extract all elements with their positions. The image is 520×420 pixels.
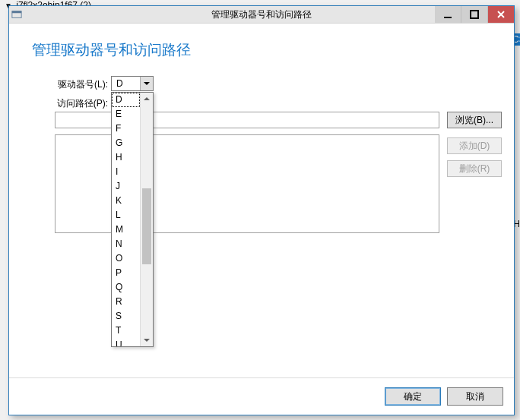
drive-letter-select[interactable]: D <box>111 76 154 91</box>
dropdown-option[interactable]: O <box>112 251 140 266</box>
close-button[interactable] <box>488 6 514 23</box>
svg-rect-1 <box>12 11 21 14</box>
browse-button[interactable]: 浏览(B)... <box>447 112 502 128</box>
access-path-label: 访问路径(P): <box>32 97 108 110</box>
dropdown-option[interactable]: U <box>112 338 140 346</box>
dropdown-option[interactable]: G <box>112 136 140 150</box>
dropdown-option[interactable]: L <box>112 208 140 223</box>
dropdown-option[interactable]: P <box>112 266 140 280</box>
app-icon <box>9 6 24 23</box>
dropdown-option[interactable]: F <box>112 122 140 136</box>
delete-button[interactable]: 删除(R) <box>447 160 502 177</box>
dropdown-options: DEFGHIJKLMNOPQRSTU <box>112 93 140 346</box>
svg-marker-7 <box>144 97 150 100</box>
dropdown-option[interactable]: D <box>112 93 140 107</box>
dropdown-option[interactable]: K <box>112 194 140 208</box>
dropdown-option[interactable]: E <box>112 107 140 122</box>
dialog-window: 管理驱动器号和访问路径 管理驱动器号和访问路径 驱动器号(L): 访问路径(P)… <box>8 5 515 415</box>
dropdown-option[interactable]: M <box>112 223 140 237</box>
maximize-button[interactable] <box>461 6 488 23</box>
dialog-header: 管理驱动器号和访问路径 <box>9 24 514 74</box>
dropdown-option[interactable]: H <box>112 150 140 165</box>
scroll-up-icon[interactable] <box>141 93 153 105</box>
svg-marker-8 <box>144 339 150 342</box>
cancel-button[interactable]: 取消 <box>447 387 503 406</box>
minimize-button[interactable] <box>435 6 461 23</box>
svg-rect-3 <box>471 11 478 18</box>
dropdown-scrollbar[interactable] <box>140 93 153 346</box>
dialog-body: 驱动器号(L): 访问路径(P): D 浏览(B)... 添加(D) 删除(R) <box>9 74 514 377</box>
page-title: 管理驱动器号和访问路径 <box>32 40 491 60</box>
scroll-down-icon[interactable] <box>141 334 153 346</box>
dropdown-option[interactable]: S <box>112 309 140 324</box>
drive-letter-label: 驱动器号(L): <box>32 78 108 91</box>
dropdown-option[interactable]: R <box>112 295 140 309</box>
ok-button[interactable]: 确定 <box>385 387 441 406</box>
dropdown-option[interactable]: Q <box>112 280 140 295</box>
drive-letter-dropdown[interactable]: DEFGHIJKLMNOPQRSTU <box>111 92 154 347</box>
drive-letter-value: D <box>112 78 140 89</box>
svg-rect-2 <box>444 17 452 18</box>
dialog-footer: 确定 取消 <box>9 377 514 415</box>
titlebar: 管理驱动器号和访问路径 <box>9 6 514 24</box>
scroll-thumb[interactable] <box>142 188 151 264</box>
svg-marker-6 <box>144 82 150 85</box>
dropdown-option[interactable]: J <box>112 179 140 194</box>
scroll-track[interactable] <box>141 105 153 334</box>
dropdown-option[interactable]: I <box>112 165 140 179</box>
dropdown-toggle-icon[interactable] <box>140 77 153 90</box>
dropdown-option[interactable]: T <box>112 324 140 338</box>
dropdown-option[interactable]: N <box>112 237 140 251</box>
add-button[interactable]: 添加(D) <box>447 137 502 154</box>
